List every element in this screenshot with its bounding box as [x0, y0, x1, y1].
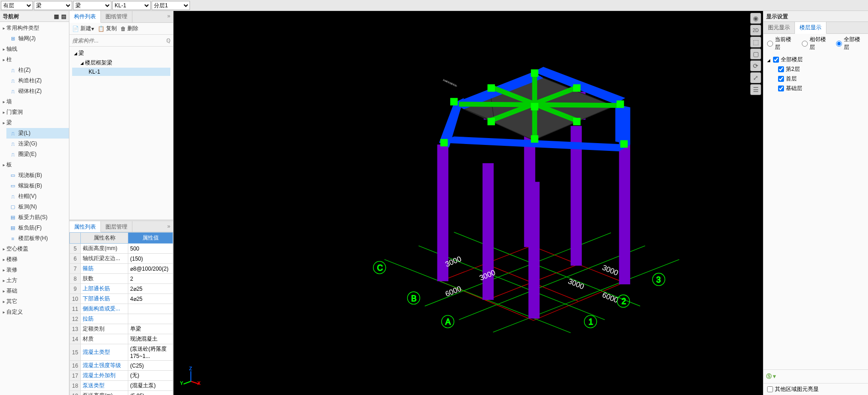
prop-value[interactable]: [128, 314, 173, 324]
nav-item[interactable]: ▤板负筋(F): [6, 223, 69, 233]
property-row[interactable]: 7箍筋⌀8@100/200(2): [70, 264, 173, 274]
nav-group[interactable]: 空心楼盖: [0, 244, 69, 254]
new-button[interactable]: 📄新建 ▾: [72, 25, 94, 32]
nav-group[interactable]: 常用构件类型: [0, 23, 69, 33]
nav-item[interactable]: ⎍梁(L): [6, 128, 69, 139]
property-row[interactable]: 5截面高度(mm)500: [70, 244, 173, 254]
prop-value[interactable]: 4⌀25: [128, 294, 173, 304]
nav-item[interactable]: ⎍圈梁(E): [6, 149, 69, 160]
prop-name: 箍筋: [81, 264, 128, 274]
nav-item[interactable]: ⎍连梁(G): [6, 139, 69, 149]
prop-value[interactable]: (5.95): [128, 391, 173, 395]
nav-item[interactable]: ≡楼层板带(H): [6, 233, 69, 244]
dropdown-category2[interactable]: 梁: [73, 1, 111, 10]
tree-group[interactable]: 楼层框架梁: [72, 58, 170, 68]
property-row[interactable]: 11侧面构造或受...: [70, 304, 173, 314]
prop-value[interactable]: 2⌀25: [128, 284, 173, 294]
dropdown-layer[interactable]: 有层: [1, 1, 33, 10]
nav-item[interactable]: ⎍构造柱(Z): [6, 75, 69, 86]
tab-properties[interactable]: 属性列表: [69, 221, 101, 232]
nav-group[interactable]: 装修: [0, 265, 69, 275]
view-rotate-icon[interactable]: ⟳: [750, 60, 761, 71]
tab-element-display[interactable]: 图元显示: [763, 22, 795, 33]
prop-value[interactable]: (混凝土泵): [128, 381, 173, 391]
property-row[interactable]: 16混凝土强度等级(C25): [70, 361, 173, 371]
property-row[interactable]: 8肢数2: [70, 274, 173, 284]
view-fit-icon[interactable]: ⤢: [750, 72, 761, 83]
3d-viewport[interactable]: 3000 3000 6000 3000 3000 6000 C B A 3 2 …: [174, 11, 763, 395]
property-row[interactable]: 18泵送类型(混凝土泵): [70, 381, 173, 391]
view-settings-icon[interactable]: ☰: [750, 84, 761, 95]
property-row[interactable]: 15混凝土类型(泵送砼(坍落度175~1...: [70, 344, 173, 361]
view-iso-icon[interactable]: ⬚: [750, 37, 761, 48]
tab-drawing-mgmt[interactable]: 图纸管理: [101, 11, 132, 22]
nav-group[interactable]: 其它: [0, 296, 69, 307]
view-globe-icon[interactable]: ◉: [750, 13, 761, 24]
nav-item[interactable]: ▢板洞(N): [6, 202, 69, 212]
nav-group[interactable]: 轴线: [0, 44, 69, 54]
dropdown-component[interactable]: KL-1: [112, 1, 151, 10]
property-row[interactable]: 12拉筋: [70, 314, 173, 324]
nav-group[interactable]: 基础: [0, 286, 69, 296]
nav-group[interactable]: 楼梯: [0, 254, 69, 265]
floor-tree-item[interactable]: 首层: [767, 74, 864, 84]
property-row[interactable]: 9上部通长筋2⌀25: [70, 284, 173, 294]
prop-value[interactable]: 2: [128, 274, 173, 284]
prop-value[interactable]: (无): [128, 371, 173, 381]
property-row[interactable]: 10下部通长筋4⌀25: [70, 294, 173, 304]
search-help-icon[interactable]: ℚ: [166, 37, 170, 44]
delete-button[interactable]: 🗑删除: [121, 25, 138, 32]
nav-item[interactable]: ▭螺旋板(B): [6, 181, 69, 191]
view-grid-icon[interactable]: ▤: [61, 13, 66, 20]
radio-all-floor[interactable]: 全部楼层: [836, 36, 864, 51]
prop-value[interactable]: 500: [128, 244, 173, 254]
nav-group[interactable]: 柱: [0, 54, 69, 65]
copy-button[interactable]: 📋复制: [98, 25, 117, 32]
tree-root[interactable]: 梁: [72, 48, 170, 58]
view-2d-icon[interactable]: 2D: [750, 25, 761, 36]
tab-layer-mgmt[interactable]: 图层管理: [101, 221, 132, 232]
property-row[interactable]: 6轴线距梁左边...(150): [70, 254, 173, 264]
property-row[interactable]: 19泵送高度(m)(5.95): [70, 391, 173, 395]
dropdown-category1[interactable]: 梁: [34, 1, 72, 10]
prop-value[interactable]: (泵送砼(坍落度175~1...: [128, 344, 173, 361]
nav-item[interactable]: ▤板受力筋(S): [6, 212, 69, 223]
prop-collapse-icon[interactable]: »: [164, 221, 173, 232]
nav-item[interactable]: ⎍砌体柱(Z): [6, 86, 69, 96]
nav-item[interactable]: ⎍柱(Z): [6, 65, 69, 75]
radio-neighbor-floor[interactable]: 相邻楼层: [802, 36, 830, 51]
floor-tree-item[interactable]: 基础层: [767, 84, 864, 93]
tab-component-list[interactable]: 构件列表: [69, 11, 101, 23]
nav-item[interactable]: ⎍柱帽(V): [6, 191, 69, 202]
prop-value[interactable]: (C25): [128, 361, 173, 371]
nav-group[interactable]: 墙: [0, 96, 69, 107]
axis-gizmo[interactable]: X Y Z: [182, 368, 200, 387]
nav-item[interactable]: ⊞轴网(J): [6, 33, 69, 44]
floor-tree-item[interactable]: 第2层: [767, 64, 864, 74]
panel-collapse-icon[interactable]: »: [164, 11, 173, 22]
prop-value[interactable]: 单梁: [128, 324, 173, 334]
prop-value[interactable]: ⌀8@100/200(2): [128, 264, 173, 274]
view-list-icon[interactable]: ▦: [54, 13, 59, 20]
status-icon[interactable]: Ⓢ ▾: [766, 373, 776, 380]
property-row[interactable]: 13定额类别单梁: [70, 324, 173, 334]
tree-item-kl1[interactable]: KL-1: [72, 68, 170, 76]
prop-value[interactable]: 现浇混凝土: [128, 334, 173, 344]
view-side-icon[interactable]: ▢: [750, 48, 761, 59]
nav-group[interactable]: 板: [0, 160, 69, 170]
checkbox-highlight-others[interactable]: 其他区域图元亮显: [767, 385, 819, 393]
floor-tree-root[interactable]: 全部楼层: [767, 55, 864, 64]
property-row[interactable]: 17混凝土外加剂(无): [70, 371, 173, 381]
nav-group[interactable]: 自定义: [0, 307, 69, 317]
nav-group[interactable]: 梁: [0, 117, 69, 128]
prop-value[interactable]: (150): [128, 254, 173, 264]
nav-item[interactable]: ▭现浇板(B): [6, 170, 69, 181]
tab-floor-display[interactable]: 楼层显示: [795, 22, 826, 34]
search-input[interactable]: [72, 37, 166, 44]
property-row[interactable]: 14材质现浇混凝土: [70, 334, 173, 344]
dropdown-sublayer[interactable]: 分层1: [152, 1, 190, 10]
nav-group[interactable]: 门窗洞: [0, 107, 69, 117]
radio-current-floor[interactable]: 当前楼层: [767, 36, 795, 51]
nav-group[interactable]: 土方: [0, 275, 69, 286]
prop-value[interactable]: [128, 304, 173, 314]
